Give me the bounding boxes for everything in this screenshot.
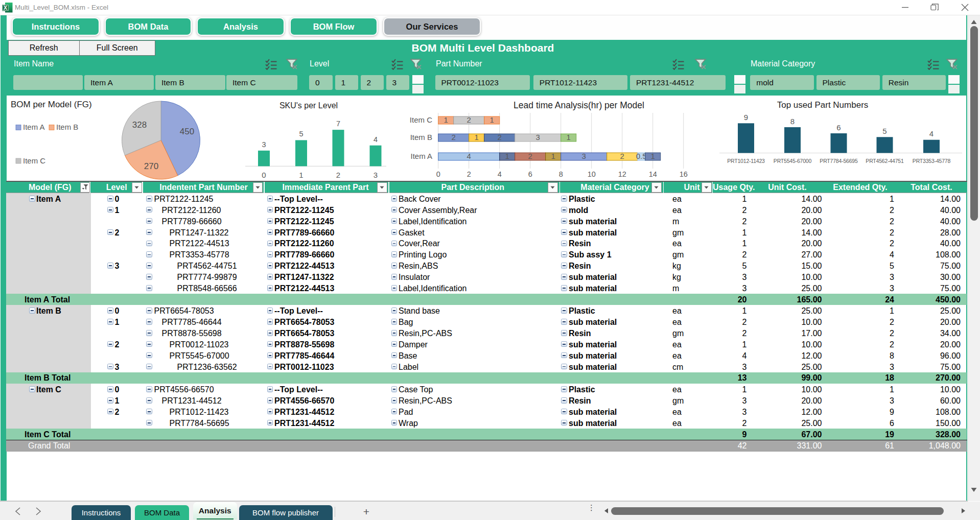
svg-text:0: 0 bbox=[262, 171, 266, 179]
svg-text:1: 1 bbox=[490, 115, 494, 124]
svg-text:6: 6 bbox=[528, 170, 532, 178]
svg-text:3: 3 bbox=[582, 152, 586, 160]
svg-text:PRT3353-45778: PRT3353-45778 bbox=[913, 158, 951, 164]
svg-text:PRT7784-56695: PRT7784-56695 bbox=[820, 158, 858, 164]
svg-text:5: 5 bbox=[882, 127, 886, 135]
svg-text:3: 3 bbox=[262, 140, 266, 149]
svg-text:2: 2 bbox=[336, 171, 340, 179]
svg-text:Item B: Item B bbox=[56, 123, 78, 131]
svg-text:2: 2 bbox=[620, 152, 624, 160]
svg-text:1: 1 bbox=[299, 171, 303, 179]
svg-text:2: 2 bbox=[528, 152, 532, 160]
svg-text:2: 2 bbox=[498, 133, 502, 141]
svg-text:4: 4 bbox=[374, 135, 378, 144]
svg-text:1: 1 bbox=[444, 115, 448, 124]
svg-text:270: 270 bbox=[144, 161, 158, 171]
svg-text:3: 3 bbox=[536, 133, 540, 141]
svg-text:PRT1012-11423: PRT1012-11423 bbox=[727, 158, 765, 164]
svg-text:2: 2 bbox=[467, 170, 471, 178]
svg-text:450: 450 bbox=[180, 127, 194, 136]
svg-text:Item C: Item C bbox=[23, 156, 45, 165]
svg-text:Top used Part Numbers: Top used Part Numbers bbox=[777, 100, 869, 110]
svg-text:1: 1 bbox=[651, 152, 655, 160]
svg-text:X: X bbox=[4, 5, 7, 11]
svg-text:5: 5 bbox=[299, 130, 303, 138]
svg-text:SKU's per Level: SKU's per Level bbox=[279, 101, 338, 110]
svg-text:1: 1 bbox=[551, 152, 555, 160]
svg-text:BOM per Model (FG): BOM per Model (FG) bbox=[11, 100, 92, 109]
svg-text:3: 3 bbox=[374, 171, 378, 179]
svg-text:9: 9 bbox=[744, 113, 748, 122]
svg-text:1: 1 bbox=[567, 133, 571, 141]
svg-text:4: 4 bbox=[467, 152, 471, 160]
svg-text:4: 4 bbox=[929, 129, 934, 138]
svg-text:6: 6 bbox=[836, 123, 841, 132]
svg-text:2: 2 bbox=[452, 133, 456, 141]
svg-text:Item A: Item A bbox=[410, 152, 432, 160]
svg-text:PRT4562-44751: PRT4562-44751 bbox=[866, 158, 904, 164]
svg-text:4: 4 bbox=[498, 170, 502, 178]
svg-text:8: 8 bbox=[790, 117, 795, 126]
svg-text:Item A: Item A bbox=[23, 123, 45, 131]
svg-text:7: 7 bbox=[336, 120, 340, 128]
svg-text:8: 8 bbox=[559, 170, 563, 178]
svg-text:14: 14 bbox=[649, 170, 657, 178]
svg-text:328: 328 bbox=[132, 120, 147, 130]
svg-text:PRT5545-67000: PRT5545-67000 bbox=[774, 158, 812, 164]
svg-text:Lead time Analysis(hr) per Mod: Lead time Analysis(hr) per Model bbox=[514, 100, 644, 110]
svg-text:1: 1 bbox=[505, 152, 509, 160]
svg-text:Item C: Item C bbox=[410, 115, 432, 124]
svg-text:16: 16 bbox=[680, 170, 688, 178]
svg-text:2: 2 bbox=[467, 115, 471, 124]
svg-text:0: 0 bbox=[436, 170, 440, 178]
svg-text:12: 12 bbox=[618, 170, 626, 178]
svg-text:Item B: Item B bbox=[410, 133, 432, 141]
svg-text:1: 1 bbox=[475, 133, 479, 141]
svg-text:10: 10 bbox=[588, 170, 596, 178]
